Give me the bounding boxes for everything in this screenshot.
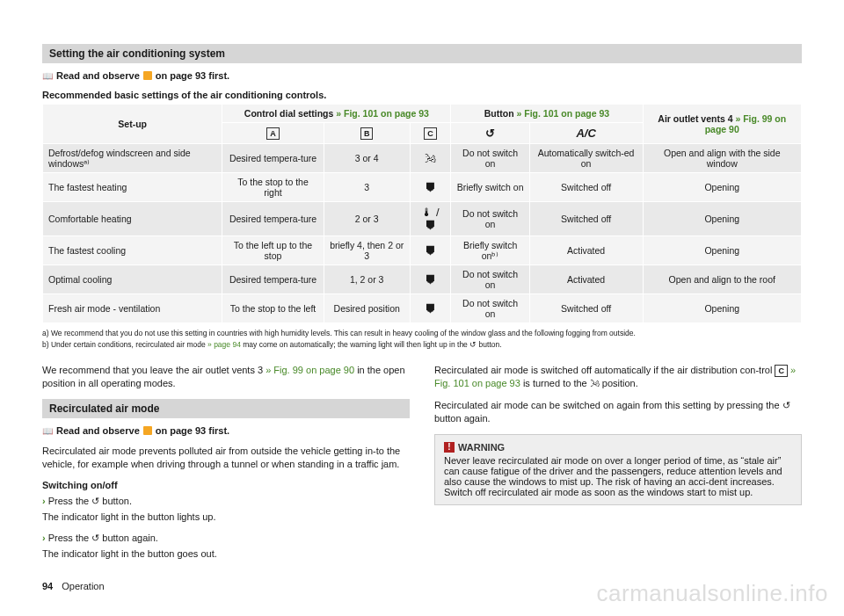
col-setup-header: Set-up	[43, 105, 222, 144]
cell-setup: Defrost/defog windscreen and side window…	[43, 144, 222, 173]
book-icon	[42, 70, 53, 81]
cell-setup: Comfortable heating	[43, 202, 222, 236]
read-observe-prefix: Read and observe	[56, 425, 140, 436]
col-B-header: B	[324, 123, 410, 144]
table-row: Comfortable heating Desired tempera-ture…	[43, 202, 802, 236]
settings-table: Set-up Control dial settings » Fig. 101 …	[42, 104, 802, 323]
cell-ac: Activated	[529, 265, 643, 294]
cell-ac: Activated	[529, 236, 643, 265]
cell-ac: Switched off	[529, 173, 643, 202]
caution-icon	[143, 71, 152, 80]
table-footnotes: a) We recommend that you do not use this…	[42, 329, 802, 350]
table-row: Defrost/defog windscreen and side window…	[43, 144, 802, 173]
warning-label: WARNING	[458, 442, 505, 453]
section-heading-recirculated: Recirculated air mode	[42, 399, 410, 418]
caution-icon	[143, 426, 152, 435]
cell-recirc: Do not switch on	[451, 294, 529, 323]
page-number: 94	[42, 581, 53, 591]
col-recirc-header: ↺	[451, 123, 529, 144]
table-row: The fastest cooling To the left up to th…	[43, 236, 802, 265]
cell-a: Desired tempera-ture	[222, 265, 324, 294]
recommend-vents-note: We recommend that you leave the air outl…	[42, 364, 410, 390]
cell-recirc: Do not switch on	[451, 265, 529, 294]
cell-vents: Opening	[643, 236, 802, 265]
cell-a: To the stop to the right	[222, 173, 324, 202]
col-button-header: Button » Fig. 101 on page 93	[451, 105, 643, 123]
cell-b: 3	[324, 173, 410, 202]
read-observe-suffix: on page 93 first.	[156, 425, 229, 436]
cell-vents: Opening	[643, 202, 802, 236]
cell-setup: Fresh air mode - ventilation	[43, 294, 222, 323]
table-row: The fastest heating To the stop to the r…	[43, 173, 802, 202]
cell-recirc: Briefly switch onᵇ⁾	[451, 236, 529, 265]
cell-c: ⛊	[410, 265, 451, 294]
chapter-name: Operation	[62, 581, 104, 591]
warning-icon: !	[444, 442, 455, 453]
cell-recirc: Briefly switch on	[451, 173, 529, 202]
cell-a: Desired tempera-ture	[222, 144, 324, 173]
cell-ac: Automatically switch-ed on	[529, 144, 643, 173]
recirc-switch-again-text: Recirculated air mode can be switched on…	[434, 399, 802, 425]
watermark: carmanualsonline.info	[597, 580, 828, 607]
step-1-result: The indicator light in the button lights…	[42, 511, 410, 524]
cell-setup: The fastest heating	[43, 173, 222, 202]
cell-b: Desired position	[324, 294, 410, 323]
cell-recirc: Do not switch on	[451, 144, 529, 173]
warning-box: ! WARNING Never leave recirculated air m…	[434, 434, 802, 505]
cell-recirc: Do not switch on	[451, 202, 529, 236]
cell-b: 2 or 3	[324, 202, 410, 236]
cell-a: To the stop to the left	[222, 294, 324, 323]
col-vents-header: Air outlet vents 4 » Fig. 99 on page 90	[643, 105, 802, 144]
cell-ac: Switched off	[529, 294, 643, 323]
step-2: › Press the ↺ button again.	[42, 533, 410, 544]
col-control-dial-header: Control dial settings » Fig. 101 on page…	[222, 105, 451, 123]
recommended-settings-caption: Recommended basic settings of the air co…	[42, 90, 802, 100]
cell-a: Desired tempera-ture	[222, 202, 324, 236]
cell-c: ⛊	[410, 173, 451, 202]
cell-vents: Opening	[643, 173, 802, 202]
read-observe-prefix: Read and observe	[56, 70, 140, 81]
cell-vents: Open and align to the roof	[643, 265, 802, 294]
cell-setup: Optimal cooling	[43, 265, 222, 294]
step-2-result: The indicator light in the button goes o…	[42, 547, 410, 561]
col-A-header: A	[222, 123, 324, 144]
cell-b: 1, 2 or 3	[324, 265, 410, 294]
read-and-observe-note: Read and observe on page 93 first.	[42, 70, 802, 81]
cell-c: ⛊	[410, 294, 451, 323]
cell-c: ⛊	[410, 236, 451, 265]
footnote-b: b) Under certain conditions, recirculate…	[42, 340, 802, 350]
cell-c: 🌬	[410, 144, 451, 173]
cell-ac: Switched off	[529, 202, 643, 236]
switching-heading: Switching on/off	[42, 479, 410, 492]
cell-vents: Opening	[643, 294, 802, 323]
col-ac-header: A/C	[529, 123, 643, 144]
page-footer: 94Operation	[42, 581, 105, 591]
read-observe-suffix: on page 93 first.	[156, 70, 229, 81]
cell-b: 3 or 4	[324, 144, 410, 173]
footnote-a: a) We recommend that you do not use this…	[42, 329, 802, 338]
cell-b: briefly 4, then 2 or 3	[324, 236, 410, 265]
table-row: Optimal cooling Desired tempera-ture 1, …	[43, 265, 802, 294]
cell-c: 🌡 / ⛊	[410, 202, 451, 236]
cell-a: To the left up to the stop	[222, 236, 324, 265]
col-C-header: C	[410, 123, 451, 144]
recirc-auto-off-text: Recirculated air mode is switched off au…	[434, 364, 802, 390]
section-heading-air-conditioning: Setting the air conditioning system	[42, 44, 802, 63]
step-1: › Press the ↺ button.	[42, 496, 410, 507]
cell-setup: The fastest cooling	[43, 236, 222, 265]
read-and-observe-note-2: Read and observe on page 93 first.	[42, 425, 410, 436]
cell-vents: Open and align with the side window	[643, 144, 802, 173]
book-icon	[42, 425, 53, 436]
table-row: Fresh air mode - ventilation To the stop…	[43, 294, 802, 323]
warning-text: Never leave recirculated air mode on ove…	[444, 455, 792, 497]
recirc-intro-text: Recirculated air mode prevents polluted …	[42, 445, 410, 471]
